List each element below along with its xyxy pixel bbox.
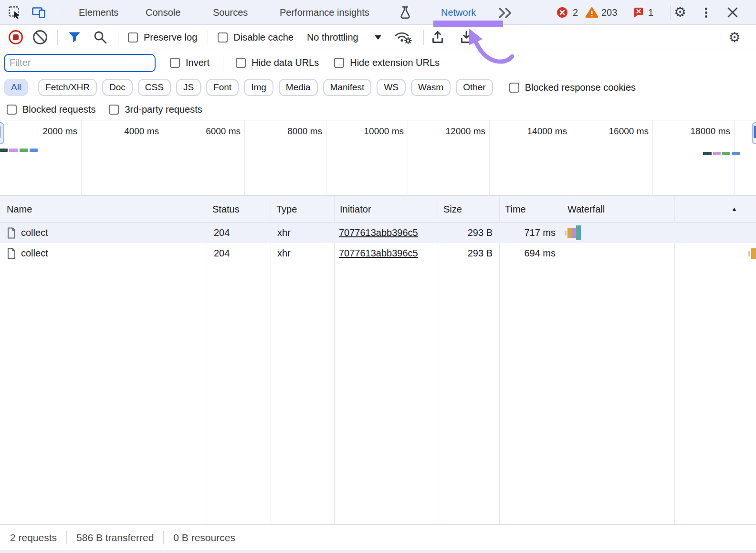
grid-line <box>489 120 490 196</box>
overview-bar <box>722 152 730 155</box>
filter-chip-font[interactable]: Font <box>206 79 239 96</box>
filter-funnel-icon[interactable] <box>68 32 81 43</box>
filter-chip-manifest[interactable]: Manifest <box>323 79 372 96</box>
grid-line <box>571 120 571 196</box>
overview-left-handle[interactable] <box>0 122 4 144</box>
overview-bar <box>9 149 18 152</box>
device-toolbar-icon[interactable] <box>32 5 47 20</box>
request-row[interactable]: collect 204 xhr 7077613abb396c5 293 B 69… <box>0 243 756 264</box>
hide-extension-urls-label: Hide extension URLs <box>350 57 440 68</box>
bottom-strip <box>0 550 756 553</box>
column-header-size[interactable]: Size <box>443 196 462 223</box>
issues-count[interactable]: 1 <box>648 0 653 25</box>
third-party-requests-label: 3rd-party requests <box>125 104 202 115</box>
record-network-log-button[interactable] <box>9 30 23 44</box>
divider <box>223 55 223 71</box>
blocked-requests-checkbox[interactable] <box>7 105 17 115</box>
waterfall-bar <box>578 225 581 240</box>
filter-chip-wasm[interactable]: Wasm <box>411 79 451 96</box>
overview-right-handle[interactable] <box>752 122 756 144</box>
blocked-response-cookies-checkbox[interactable] <box>509 83 519 93</box>
request-status: 204 <box>214 243 230 264</box>
error-badge-icon[interactable] <box>556 7 568 18</box>
third-party-requests-checkbox[interactable] <box>109 105 119 115</box>
column-header-name[interactable]: Name <box>7 196 32 223</box>
flask-icon <box>399 5 411 20</box>
request-time: 717 ms <box>499 223 556 243</box>
network-summary-bar: 2 requests 586 B transferred 0 B resourc… <box>0 524 756 550</box>
network-settings-gear-icon[interactable]: ⚙ <box>728 31 741 44</box>
devtools-tabbar: Elements Console Sources Performance ins… <box>0 0 756 25</box>
request-type: xhr <box>277 223 291 243</box>
hide-data-urls-checkbox[interactable] <box>236 58 246 68</box>
sort-ascending-icon[interactable]: ▲ <box>731 196 737 223</box>
settings-gear-icon[interactable]: ⚙ <box>674 5 686 19</box>
disable-cache-checkbox[interactable] <box>218 32 228 43</box>
filter-chip-css[interactable]: CSS <box>138 79 171 96</box>
tab-sources[interactable]: Sources <box>213 0 248 25</box>
timeline-tick-label: 8000 ms <box>251 125 322 138</box>
request-initiator-link[interactable]: 7077613abb396c5 <box>339 243 418 264</box>
request-type-filter-row: All Fetch/XHR Doc CSS JS Font Img Media … <box>0 75 756 99</box>
document-icon <box>7 247 16 260</box>
filter-chip-fetch-xhr[interactable]: Fetch/XHR <box>38 79 97 96</box>
grid-line <box>244 120 245 196</box>
tab-elements[interactable]: Elements <box>79 0 118 25</box>
divider <box>670 5 671 20</box>
request-size: 293 B <box>438 243 493 264</box>
more-tabs-chevron-icon[interactable] <box>498 7 514 19</box>
overview-bar <box>703 152 712 155</box>
request-name[interactable]: collect <box>21 243 48 264</box>
filter-chip-media[interactable]: Media <box>279 79 318 96</box>
column-header-waterfall[interactable]: Waterfall <box>567 196 605 223</box>
overview-bar <box>30 149 38 152</box>
throttling-select-value[interactable]: No throttling <box>307 32 358 43</box>
tab-performance-insights[interactable]: Performance insights <box>280 0 369 25</box>
hide-extension-urls-checkbox[interactable] <box>334 58 344 68</box>
invert-checkbox[interactable] <box>170 58 180 68</box>
inspect-element-icon[interactable] <box>8 5 22 20</box>
more-filters-row: Blocked requests 3rd-party requests <box>0 99 756 120</box>
warning-badge-icon[interactable] <box>585 7 598 19</box>
close-icon[interactable] <box>726 6 739 19</box>
timeline-tick-label: 14000 ms <box>495 125 567 138</box>
overview-bar <box>713 152 721 155</box>
warning-count[interactable]: 203 <box>601 0 617 25</box>
kebab-menu-icon[interactable] <box>705 6 707 19</box>
filter-chip-all[interactable]: All <box>4 79 28 96</box>
column-header-time[interactable]: Time <box>505 196 526 223</box>
disable-cache-label: Disable cache <box>233 32 294 43</box>
column-header-initiator[interactable]: Initiator <box>340 196 371 223</box>
filter-chip-ws[interactable]: WS <box>377 79 406 96</box>
export-har-download-icon[interactable] <box>459 30 473 44</box>
request-row[interactable]: collect 204 xhr 7077613abb396c5 293 B 71… <box>0 223 756 243</box>
import-har-upload-icon[interactable] <box>430 30 445 44</box>
request-name[interactable]: collect <box>21 223 48 243</box>
filter-chip-img[interactable]: Img <box>244 79 273 96</box>
preserve-log-checkbox[interactable] <box>128 32 138 43</box>
clear-network-log-icon[interactable] <box>33 30 47 44</box>
issues-badge-icon[interactable] <box>633 7 644 18</box>
request-initiator-link[interactable]: 7077613abb396c5 <box>339 223 418 243</box>
divider <box>66 531 67 544</box>
timeline-tick-label: 10000 ms <box>332 125 404 138</box>
tab-console[interactable]: Console <box>146 0 180 25</box>
column-header-status[interactable]: Status <box>212 196 240 223</box>
requests-count-summary: 2 requests <box>10 532 57 543</box>
search-icon[interactable] <box>93 30 107 44</box>
filter-chip-js[interactable]: JS <box>176 79 201 96</box>
divider <box>33 81 33 94</box>
column-header-type[interactable]: Type <box>276 196 297 223</box>
filter-input[interactable] <box>4 54 156 72</box>
filter-chip-doc[interactable]: Doc <box>102 79 133 96</box>
network-conditions-icon[interactable] <box>394 29 414 45</box>
filter-chip-other[interactable]: Other <box>456 79 493 96</box>
divider <box>208 30 208 45</box>
grid-line <box>734 120 735 196</box>
timeline-tick-label: 2000 ms <box>6 125 77 138</box>
overview-bar <box>20 149 28 152</box>
throttling-caret-icon[interactable] <box>375 35 381 40</box>
resources-summary: 0 B resources <box>173 532 235 543</box>
error-count[interactable]: 2 <box>573 0 578 25</box>
network-overview-timeline[interactable]: 2000 ms 4000 ms 6000 ms 8000 ms 10000 ms… <box>0 120 756 196</box>
